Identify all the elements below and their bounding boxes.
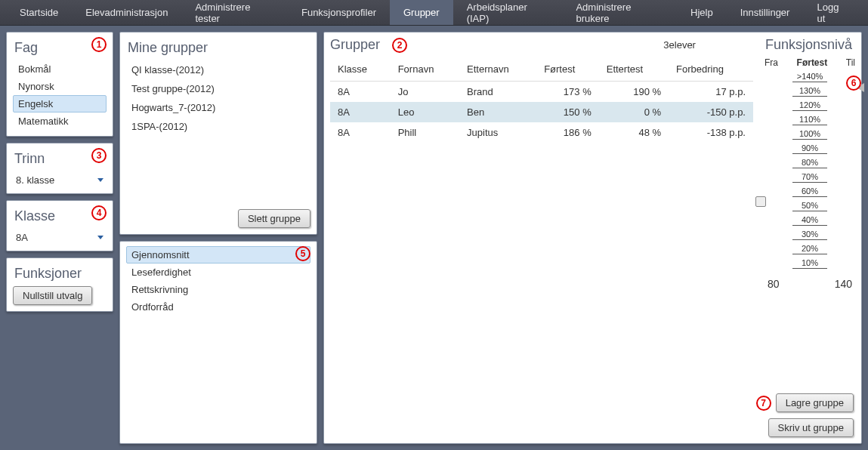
fag-list: BokmålNynorskEngelskMatematikk xyxy=(13,60,107,130)
panel-fag: Fag BokmålNynorskEngelskMatematikk 1 xyxy=(6,32,113,137)
fag-item[interactable]: Matematikk xyxy=(13,112,107,130)
funk-tick[interactable]: 10% xyxy=(792,257,827,269)
save-group-button[interactable]: Lagre gruppe xyxy=(776,393,854,412)
funk-tick[interactable]: 110% xyxy=(792,114,827,125)
group-item[interactable]: 1SPA-(2012) xyxy=(126,117,310,136)
middle-column: Mine grupper QI klasse-(2012)Test gruppe… xyxy=(119,32,317,444)
fag-item[interactable]: Nynorsk xyxy=(13,78,107,95)
chevron-down-icon xyxy=(97,236,103,239)
fag-item[interactable]: Bokmål xyxy=(13,60,107,78)
nav-item-logg-ut[interactable]: Logg ut xyxy=(803,0,862,25)
nav-item-startside[interactable]: Startside xyxy=(6,0,72,25)
panel-funksjoner: Funksjoner Nullstill utvalg xyxy=(6,257,113,312)
funk-tick[interactable]: 30% xyxy=(792,229,827,240)
funk-labels: Fra Førtest Til xyxy=(765,57,855,68)
table-body: 8AJoBrand173 %190 %17 p.p.8ALeoBen150 %0… xyxy=(330,82,753,143)
panel-title-funksjoner: Funksjoner xyxy=(14,266,105,282)
marker-2: 2 xyxy=(392,38,407,53)
table-cell: 48 % xyxy=(599,122,669,143)
main-footer: 7 Lagre gruppe Skriv ut gruppe xyxy=(756,393,854,437)
metrics-list: GjennomsnittLeseferdighetRettskrivningOr… xyxy=(126,246,310,316)
nav-item-elevadministrasjon[interactable]: Elevadministrasjon xyxy=(72,0,181,25)
label-fra: Fra xyxy=(765,57,778,68)
funk-tick[interactable]: 20% xyxy=(792,243,827,254)
table-header-cell[interactable]: Ettertest xyxy=(599,57,669,82)
table-cell: 8A xyxy=(330,102,391,122)
panel-title-mine-grupper: Mine grupper xyxy=(128,40,309,56)
funk-title: Funksjonsnivå xyxy=(765,37,852,53)
fag-item[interactable]: Engelsk xyxy=(13,95,107,112)
metric-item[interactable]: Ordforråd xyxy=(126,298,310,316)
funk-tick[interactable]: 90% xyxy=(792,143,827,154)
funk-ticks[interactable]: >140%130%120%110%100%90%80%70%60%50%40%3… xyxy=(765,69,855,273)
readout-from: 80 xyxy=(768,278,780,290)
nav-item-administrere-tester[interactable]: Administrere tester xyxy=(181,0,288,25)
funk-tick[interactable]: 70% xyxy=(792,171,827,183)
delete-group-button[interactable]: Slett gruppe xyxy=(238,209,310,228)
slider-handle-from[interactable] xyxy=(755,196,766,207)
panel-title-fag: Fag xyxy=(14,40,105,56)
table-cell: Ben xyxy=(459,102,536,122)
table-cell: 8A xyxy=(330,82,391,103)
chevron-down-icon xyxy=(97,178,103,182)
panel-title-trinn: Trinn xyxy=(14,151,105,167)
table-row[interactable]: 8APhillJupitus186 %48 %-138 p.p. xyxy=(330,122,753,143)
table-cell: Brand xyxy=(459,82,536,103)
readout-to: 140 xyxy=(835,278,852,290)
funk-tick[interactable]: 100% xyxy=(792,128,827,140)
title-text: Funksjoner xyxy=(14,266,82,282)
main-body: KlasseFornavnEtternavnFørtestEttertestFo… xyxy=(330,57,855,437)
table-cell: -150 p.p. xyxy=(669,102,753,122)
trinn-value: 8. klasse xyxy=(16,174,54,186)
nav-item-hjelp[interactable]: Hjelp xyxy=(677,0,727,25)
metric-item[interactable]: Rettskrivning xyxy=(126,281,310,298)
panel-trinn: Trinn 8. klasse 3 xyxy=(6,143,113,194)
title-text: Klasse xyxy=(14,208,55,224)
table-cell: 17 p.p. xyxy=(669,82,753,103)
funk-tick[interactable]: 120% xyxy=(792,100,827,111)
table-header-cell[interactable]: Førtest xyxy=(536,57,599,82)
slider-handle-to[interactable] xyxy=(852,83,864,92)
nav-item-arbeidsplaner-iap-[interactable]: Arbeidsplaner (IAP) xyxy=(453,0,563,25)
panel-klasse: Klasse 8A 4 xyxy=(6,200,113,251)
workspace: Fag BokmålNynorskEngelskMatematikk 1 Tri… xyxy=(0,26,868,450)
funk-tick[interactable]: >140% xyxy=(792,71,827,82)
table-header-cell[interactable]: Klasse xyxy=(330,57,391,82)
funk-tick[interactable]: 130% xyxy=(792,85,827,97)
table-cell: 173 % xyxy=(536,82,599,103)
klasse-value: 8A xyxy=(16,232,28,243)
funk-tick[interactable]: 80% xyxy=(792,157,827,168)
table-cell: Phill xyxy=(391,122,459,143)
group-item[interactable]: Test gruppe-(2012) xyxy=(126,79,310,98)
group-item[interactable]: QI klasse-(2012) xyxy=(126,60,310,79)
reset-selection-button[interactable]: Nullstill utvalg xyxy=(13,286,92,305)
funk-level-column: Fra Førtest Til >140%130%120%110%100%90%… xyxy=(765,57,855,437)
trinn-select[interactable]: 8. klasse xyxy=(13,171,107,187)
panel-main: Grupper 2 3elever Funksjonsnivå KlasseFo… xyxy=(323,32,862,444)
funk-tick[interactable]: 50% xyxy=(792,200,827,211)
table-row[interactable]: 8ALeoBen150 %0 %-150 p.p. xyxy=(330,102,753,122)
nav-item-grupper[interactable]: Grupper xyxy=(390,0,453,25)
nav-item-administrere-brukere[interactable]: Administrere brukere xyxy=(562,0,677,25)
marker-7: 7 xyxy=(756,396,771,411)
table-row[interactable]: 8AJoBrand173 %190 %17 p.p. xyxy=(330,82,753,103)
label-til: Til xyxy=(846,57,855,68)
table-header-cell[interactable]: Fornavn xyxy=(391,57,459,82)
title-text: Fag xyxy=(14,40,38,56)
print-group-button[interactable]: Skriv ut gruppe xyxy=(768,418,854,437)
panel-title-klasse: Klasse xyxy=(14,208,105,224)
klasse-select[interactable]: 8A xyxy=(13,229,107,245)
metric-item[interactable]: Gjennomsnitt xyxy=(126,246,310,264)
nav-item-innstillinger[interactable]: Innstillinger xyxy=(727,0,804,25)
table-cell: Jupitus xyxy=(459,122,536,143)
left-column: Fag BokmålNynorskEngelskMatematikk 1 Tri… xyxy=(6,32,113,444)
group-item[interactable]: Hogwarts_7-(2012) xyxy=(126,98,310,117)
table-cell: 190 % xyxy=(599,82,669,103)
table-header-cell[interactable]: Etternavn xyxy=(459,57,536,82)
metric-item[interactable]: Leseferdighet xyxy=(126,264,310,281)
funk-tick[interactable]: 60% xyxy=(792,186,827,197)
table-header-cell[interactable]: Forbedring xyxy=(669,57,753,82)
funk-tick[interactable]: 40% xyxy=(792,214,827,226)
nav-item-funksjonsprofiler[interactable]: Funksjonsprofiler xyxy=(288,0,390,25)
panel-mine-grupper: Mine grupper QI klasse-(2012)Test gruppe… xyxy=(119,32,317,235)
